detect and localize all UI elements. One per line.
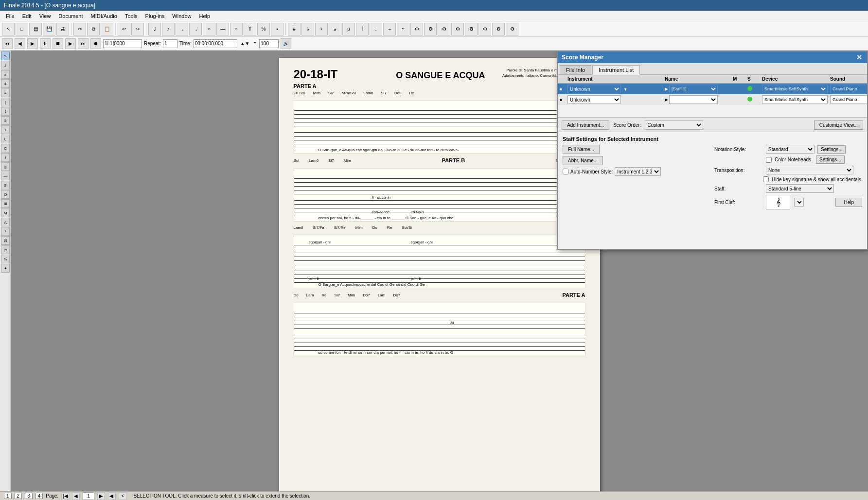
tool-beam[interactable]: ⟩ (1, 107, 10, 116)
tool-accidental2[interactable]: ♭ (301, 23, 314, 35)
table-row[interactable]: ■ Unknown ▶ (558, 94, 867, 105)
sm-tab-fileinfo[interactable]: File Info (560, 65, 591, 74)
row1-device-select[interactable]: SmartMusic SoftSynth (762, 85, 828, 93)
sm-full-name-btn[interactable]: Full Name... (563, 145, 600, 154)
tool-new[interactable]: □ (16, 23, 28, 35)
tool-text[interactable]: T (1, 125, 10, 134)
tool-box[interactable]: ▪ (271, 23, 283, 35)
tool-shape[interactable]: △ (1, 218, 10, 226)
tool-rest[interactable]: — (216, 23, 229, 35)
menu-midi-audio[interactable]: MIDI/Audio (87, 12, 121, 20)
tool-note3[interactable]: 𝅗 (176, 23, 188, 35)
tool-note5[interactable]: ○ (203, 23, 215, 35)
tool-caret[interactable]: 𝄐 (230, 23, 243, 35)
tool-slash[interactable]: / (1, 227, 10, 236)
tool-repeat[interactable]: || (1, 162, 10, 171)
page-next-btn[interactable]: ▶ (97, 492, 105, 500)
tool-redo[interactable]: ↪ (131, 23, 144, 35)
page-last-btn[interactable]: ◀| (108, 492, 116, 500)
tool-eighth[interactable]: ⅛ (1, 255, 10, 263)
pb-record[interactable]: ⏺ (90, 38, 101, 49)
tool-note4[interactable]: 𝅗𝅥 (189, 23, 202, 35)
tool-more1[interactable]: ⚙ (410, 23, 423, 35)
tool-undo[interactable]: ↩ (118, 23, 130, 35)
row1-instrument-select[interactable]: Unknown (567, 85, 621, 93)
score-area[interactable]: 20-18-IT O SANGUE E ACQUA Parole di: San… (11, 51, 868, 491)
tool-more6[interactable]: ⚙ (478, 23, 491, 35)
sm-color-noteheads-checkbox[interactable] (766, 157, 772, 163)
tool-resize[interactable]: ⊞ (1, 199, 10, 208)
table-row[interactable]: ■ Unknown ▼ ▶ [Staff 1] (558, 84, 867, 94)
tool-gliss[interactable]: ~ (397, 23, 409, 35)
pb-position[interactable] (103, 39, 142, 48)
tool-accidental4[interactable]: 𝄪 (329, 23, 341, 35)
sm-hide-key-checkbox[interactable] (763, 176, 769, 182)
sm-add-instrument-btn[interactable]: Add Instrument... (562, 121, 609, 130)
tool-cut[interactable]: ✂ (73, 23, 86, 35)
row2-device-select[interactable]: SmartMusic SoftSynth (762, 95, 828, 104)
menu-help[interactable]: Help (195, 12, 214, 20)
row2-instrument-select[interactable]: Unknown (567, 95, 621, 104)
menu-file[interactable]: File (2, 12, 18, 20)
pb-volume[interactable] (259, 39, 279, 48)
tool-tuplet[interactable]: 3 (1, 116, 10, 125)
tool-T[interactable]: T (244, 23, 256, 35)
tool-articulation[interactable]: . (370, 23, 382, 35)
menu-edit[interactable]: Edit (18, 12, 35, 20)
row2-sound-select[interactable]: Grand Piano (830, 95, 867, 104)
sm-close-button[interactable]: ✕ (855, 53, 863, 61)
tool-chord[interactable]: C (1, 144, 10, 153)
tool-accidental1[interactable]: # (288, 23, 301, 35)
sm-help-btn[interactable]: Help (835, 198, 862, 207)
tool-save[interactable]: 💾 (43, 23, 55, 35)
tool-more8[interactable]: ⚙ (506, 23, 518, 35)
sm-auto-number-checkbox[interactable] (563, 169, 568, 174)
pb-next[interactable]: ▶ (65, 38, 76, 49)
tool-expr[interactable]: f (1, 153, 10, 162)
page-input[interactable] (83, 492, 94, 500)
tool-print[interactable]: 🖨 (56, 23, 69, 35)
tool-selection[interactable]: ↖ (1, 52, 10, 60)
sm-auto-number-select[interactable]: Instrument 1,2,3 Staff 1,2,3 (615, 167, 661, 176)
tool-mass[interactable]: M (1, 208, 10, 217)
sm-score-order-select[interactable]: Custom Orchestral Band (645, 120, 703, 130)
page-first-btn[interactable]: |◀ (61, 492, 69, 500)
menu-window[interactable]: Window (168, 12, 195, 20)
pb-repeat-value[interactable] (163, 39, 177, 48)
pb-speaker[interactable]: 🔊 (281, 38, 291, 49)
tool-accidental3[interactable]: ♮ (315, 23, 328, 35)
tool-dynamic1[interactable]: p (342, 23, 355, 35)
tool-frame[interactable]: ⊡ (1, 236, 10, 245)
pb-forward[interactable]: ⏭ (78, 38, 89, 49)
pb-pause[interactable]: ⏸ (40, 38, 51, 49)
row1-name-select[interactable]: [Staff 1] (669, 85, 718, 93)
menu-plugins[interactable]: Plug-ins (142, 12, 169, 20)
tool-dynamic2[interactable]: f (356, 23, 369, 35)
tool-more4[interactable]: ⚙ (451, 23, 464, 35)
tool-smart[interactable]: S (1, 181, 10, 190)
tool-time[interactable]: 4 (1, 79, 10, 88)
page-prev-btn[interactable]: ◀ (72, 492, 80, 500)
tool-clef[interactable]: ♩ (1, 61, 10, 69)
row1-sound-select[interactable]: Grand Piano (830, 85, 867, 93)
tool-more5[interactable]: ⚙ (465, 23, 478, 35)
sm-transposition-select[interactable]: None Bb Clarinet Eb Alto Sax (766, 166, 853, 174)
sm-clef-select[interactable]: ▼ (794, 198, 804, 207)
pb-prev[interactable]: ◀ (15, 38, 25, 49)
page-expand-btn[interactable]: < (119, 492, 126, 500)
tool-copy[interactable]: ⧉ (87, 23, 100, 35)
tool-line[interactable]: — (1, 172, 10, 180)
tool-percent[interactable]: % (257, 23, 270, 35)
tool-slur[interactable]: ⌢ (383, 23, 396, 35)
tool-ossia[interactable]: O (1, 190, 10, 199)
tool-more3[interactable]: ⚙ (438, 23, 450, 35)
row2-expand-arrow[interactable]: ▶ (665, 97, 668, 102)
menu-view[interactable]: View (35, 12, 55, 20)
row2-name-select[interactable] (669, 95, 718, 104)
tool-open[interactable]: ▤ (29, 23, 42, 35)
sm-staff-select[interactable]: Standard 5-line Percussion Tab (766, 184, 834, 193)
sm-tab-instrumentlist[interactable]: Instrument List (592, 65, 640, 75)
sm-abbr-name-btn[interactable]: Abbr. Name... (563, 156, 603, 165)
sm-notation-style-select[interactable]: Standard Percussion Tab (766, 145, 815, 154)
tool-measure[interactable]: | (1, 98, 10, 106)
